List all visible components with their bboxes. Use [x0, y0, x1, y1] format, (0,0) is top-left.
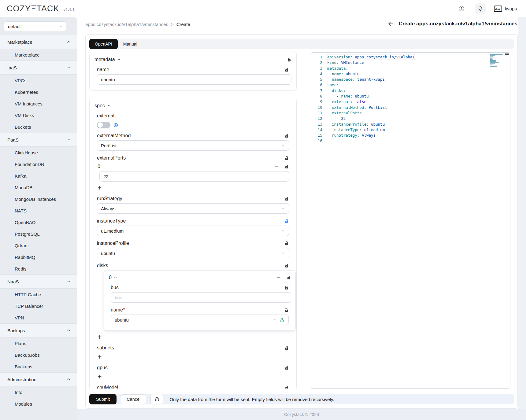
lock-open-icon[interactable] [284, 67, 289, 72]
chevron-up-icon[interactable] [67, 66, 70, 69]
sidebar-item-vm-disks[interactable]: VM Disks [0, 109, 77, 121]
sidebar-item-buckets[interactable]: Buckets [0, 121, 77, 133]
lock-open-icon[interactable] [284, 164, 289, 169]
lock-open-icon[interactable] [284, 241, 289, 246]
instancetype-select[interactable]: u1.medium [97, 226, 289, 236]
sidebar-item-redis[interactable]: Redis [0, 263, 77, 274]
lock-open-icon[interactable] [284, 285, 289, 290]
chevron-up-icon[interactable] [67, 280, 70, 283]
chevron-up-icon[interactable] [117, 58, 120, 61]
add-subnets-item-button[interactable]: + [98, 353, 104, 360]
runstrategy-select[interactable]: Always [97, 203, 289, 214]
add-externalports-item-button[interactable]: + [98, 184, 104, 191]
chevron-up-icon[interactable] [114, 276, 117, 279]
sidebar-item-vpcs[interactable]: VPCs [0, 75, 77, 86]
lock-open-icon[interactable] [284, 263, 289, 268]
remove-item-button[interactable]: − [277, 275, 280, 280]
sidebar-item-openbao[interactable]: OpenBAO [0, 216, 77, 228]
lock-open-icon[interactable] [284, 385, 289, 389]
sidebar-item-kafka[interactable]: Kafka [0, 170, 77, 182]
sidebar-section-label: Backups [7, 328, 25, 333]
field-label-row-externalports: externalPorts [97, 155, 289, 161]
lock-open-icon[interactable] [284, 133, 289, 138]
line-number: 13 [311, 122, 322, 127]
sidebar-section-header-administration[interactable]: Administration [0, 372, 77, 386]
lock-open-icon[interactable] [284, 345, 289, 350]
sidebar-item-postgresql[interactable]: PostgreSQL [0, 228, 77, 240]
sidebar-item-tcp-balancer[interactable]: TCP Balancer [0, 300, 77, 312]
sidebar-item-backups[interactable]: Backups [0, 361, 77, 372]
chevron-up-icon[interactable] [67, 329, 70, 332]
sidebar-item-rabbitmq[interactable]: RabbitMQ [0, 251, 77, 263]
lock-open-icon[interactable] [284, 308, 289, 312]
disk-item-index[interactable]: 0 [109, 275, 117, 280]
instanceprofile-select[interactable]: ubuntu [97, 248, 289, 258]
externalmethod-select[interactable]: PortList [97, 140, 289, 151]
chevron-up-icon[interactable] [67, 41, 70, 43]
chevron-up-icon[interactable] [107, 105, 110, 107]
name-input[interactable] [97, 74, 291, 85]
sidebar-item-http-cache[interactable]: HTTP Cache [0, 289, 77, 300]
sidebar-item-nats[interactable]: NATS [0, 205, 77, 216]
user-menu[interactable]: A kvaps [494, 6, 517, 12]
help-button[interactable]: ? [456, 3, 467, 14]
lock-open-icon[interactable] [284, 156, 289, 160]
external-toggle[interactable] [97, 122, 110, 128]
field-label-row-cpumodel: cpuModel [97, 385, 289, 389]
sidebar-section-header-backups[interactable]: Backups [0, 323, 77, 337]
sidebar-section-header-paas[interactable]: PaaS [0, 133, 77, 147]
externalports-item-input[interactable] [99, 171, 289, 182]
sidebar-item-plans[interactable]: Plans [0, 337, 77, 349]
bus-input[interactable] [111, 292, 291, 303]
sidebar-item-marketplace[interactable]: Marketplace [0, 49, 77, 61]
lock-open-icon[interactable] [284, 196, 289, 201]
add-disks-item-button[interactable]: + [98, 333, 104, 341]
sidebar-item-foundationdb[interactable]: FoundationDB [0, 158, 77, 170]
lock-open-icon[interactable] [287, 275, 291, 280]
back-button[interactable] [387, 21, 394, 27]
breadcrumb-current: Create [176, 22, 190, 27]
sidebar-section-label: Marketplace [7, 39, 32, 45]
sidebar-item-info[interactable]: Info [0, 386, 77, 398]
field-label: cpuModel [97, 385, 118, 389]
remove-item-button[interactable]: − [275, 164, 278, 169]
lock-open-icon[interactable] [284, 365, 289, 370]
add-gpus-item-button[interactable]: + [98, 373, 104, 380]
editor-minimap[interactable] [490, 54, 503, 68]
sidebar-item-mongodb-instances[interactable]: MongoDB Instances [0, 193, 77, 205]
editor-scrollbar-thumb[interactable] [505, 53, 509, 55]
tab-manual[interactable]: Manual [118, 39, 143, 49]
project-select[interactable]: default [4, 21, 66, 31]
chevron-up-icon[interactable] [67, 378, 70, 381]
sidebar-item-clickhouse[interactable]: ClickHouse [0, 147, 77, 158]
breadcrumb-link[interactable]: apps.cozystack.io/v1alpha1/vminstances [85, 22, 168, 27]
metadata-section-title[interactable]: metadata [94, 57, 120, 62]
submit-button[interactable]: Submit [89, 394, 117, 404]
sidebar-item-backupjobs[interactable]: BackupJobs [0, 349, 77, 361]
line-number: 1 [311, 54, 322, 60]
sidebar-section-header-marketplace[interactable]: Marketplace [0, 35, 77, 49]
sidebar-item-vpn[interactable]: VPN [0, 312, 77, 323]
cancel-button[interactable]: Cancel [121, 394, 146, 404]
sidebar-item-kubernetes[interactable]: Kubernetes [0, 86, 77, 98]
tab-openapi[interactable]: OpenAPI [89, 39, 118, 49]
spec-section-title[interactable]: spec [94, 103, 110, 109]
chevron-up-icon[interactable] [67, 138, 70, 141]
sidebar-section-header-naas[interactable]: NaaS [0, 274, 77, 289]
radio-selected-icon[interactable] [113, 123, 118, 127]
sidebar-item-vm-instances[interactable]: VM Instances [0, 98, 77, 109]
sidebar-section-header-iaas[interactable]: IaaS [0, 61, 77, 75]
lock-closed-icon[interactable] [284, 219, 289, 223]
page-scrollbar-gutter[interactable] [518, 17, 526, 420]
minimap-line [490, 59, 493, 60]
name-select[interactable]: ubuntu [111, 315, 289, 325]
yaml-editor[interactable]: 1 apiVersion: apps.cozystack.io/v1alpha1… [311, 52, 510, 389]
sidebar-item-qdrant[interactable]: Qdrant [0, 240, 77, 251]
theme-button[interactable] [475, 3, 486, 14]
thumbs-up-icon[interactable] [280, 317, 285, 322]
sidebar-item-mariadb[interactable]: MariaDB [0, 182, 77, 193]
sidebar-item-modules[interactable]: Modules [0, 398, 77, 410]
sidebar-section-naas: NaaS HTTP CacheTCP BalancerVPN [0, 274, 77, 323]
lock-open-icon[interactable] [287, 57, 291, 62]
debug-button[interactable] [150, 394, 163, 404]
